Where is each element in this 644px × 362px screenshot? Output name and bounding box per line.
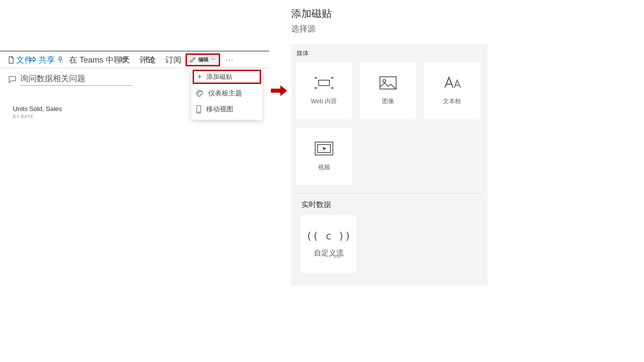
edit-label: 编辑 — [198, 56, 209, 63]
add-tile-label: 添加磁贴 — [207, 72, 232, 81]
source-tile-video[interactable]: 视频 — [296, 128, 352, 185]
media-section-label: 媒体 — [296, 49, 483, 57]
plus-icon: + — [197, 72, 202, 81]
source-tile-custom-stream[interactable]: (( c )) 自定义流 数据 — [301, 215, 357, 273]
tile-subtitle: BY DATE — [13, 114, 197, 119]
share-icon — [29, 56, 37, 63]
dashboard-theme-label: 仪表板主题 — [208, 89, 242, 98]
realtime-section-label: 实时数据 — [301, 200, 478, 210]
realtime-section: 实时数据 (( c )) 自定义流 数据 — [296, 200, 483, 277]
svg-point-7 — [198, 112, 199, 112]
menu-item-dashboard-theme[interactable]: 仪表板主题 — [191, 85, 262, 101]
qna-placeholder: 询问数据相关问题 — [20, 74, 85, 83]
dashboard-toolbar: 文件 共享 在 Teams 中聊天 评论 订阅 编辑 ﹀ ··· — [0, 51, 269, 68]
svg-point-5 — [200, 91, 201, 92]
svg-rect-2 — [147, 58, 153, 62]
pencil-icon — [190, 57, 196, 63]
add-tile-panel: 添加磁贴 选择源 媒体 Web 内容 图像 文本框 视频 实时数据 — [291, 7, 488, 286]
edit-dropdown-menu: + 添加磁贴 仪表板主题 移动视图 — [191, 68, 262, 120]
textbox-icon — [443, 76, 461, 90]
qna-input[interactable]: 询问数据相关问题 — [20, 73, 132, 86]
web-content-icon — [315, 76, 334, 90]
pin-icon — [58, 56, 63, 63]
subscribe-button[interactable]: 订阅 — [163, 54, 184, 65]
svg-rect-8 — [319, 80, 329, 86]
image-icon — [379, 76, 397, 90]
share-label: 共享 — [39, 54, 55, 65]
stream-icon: (( c )) — [306, 230, 351, 242]
chat-icon — [8, 76, 16, 83]
mail-icon — [146, 57, 154, 63]
video-icon — [315, 141, 334, 156]
video-label: 视频 — [318, 163, 330, 171]
panel-subtitle: 选择源 — [291, 23, 488, 34]
svg-point-3 — [198, 93, 198, 93]
custom-stream-label: 自定义流 数据 — [314, 248, 344, 258]
file-icon — [8, 56, 14, 64]
panel-title: 添加磁贴 — [291, 7, 488, 21]
more-options-button[interactable]: ··· — [222, 55, 237, 64]
section-divider — [296, 193, 483, 194]
web-content-label: Web 内容 — [311, 97, 337, 105]
share-button[interactable]: 共享 — [27, 54, 57, 65]
subscribe-label: 订阅 — [165, 54, 181, 65]
svg-point-10 — [383, 80, 386, 82]
arrow-right-icon — [271, 84, 287, 97]
media-tiles-grid: Web 内容 图像 文本框 视频 — [296, 62, 483, 185]
source-tile-web-content[interactable]: Web 内容 — [296, 62, 352, 119]
svg-point-1 — [126, 58, 128, 59]
source-tile-image[interactable]: 图像 — [360, 62, 416, 119]
menu-item-add-tile[interactable]: + 添加磁贴 — [193, 70, 261, 84]
textbox-label: 文本框 — [443, 97, 461, 105]
menu-item-mobile-view[interactable]: 移动视图 — [191, 101, 262, 117]
edit-dropdown-button[interactable]: 编辑 ﹀ — [186, 53, 220, 66]
teams-chat-label: 在 Teams 中聊天 — [69, 54, 130, 65]
mobile-icon — [196, 105, 201, 113]
svg-point-4 — [199, 91, 199, 92]
custom-stream-small: 数据 — [334, 254, 341, 259]
mobile-view-label: 移动视图 — [206, 105, 233, 114]
image-label: 图像 — [382, 97, 394, 105]
source-tile-textbox[interactable]: 文本框 — [424, 62, 480, 119]
palette-icon — [196, 90, 203, 97]
teams-icon — [121, 56, 129, 64]
dashboard-tile[interactable]: Units Sold, Sales BY DATE — [10, 99, 200, 130]
tile-title: Units Sold, Sales — [13, 105, 197, 113]
chevron-down-icon: ﹀ — [211, 57, 215, 63]
media-section: 媒体 Web 内容 图像 文本框 视频 实时数据 (( c — [291, 44, 488, 286]
